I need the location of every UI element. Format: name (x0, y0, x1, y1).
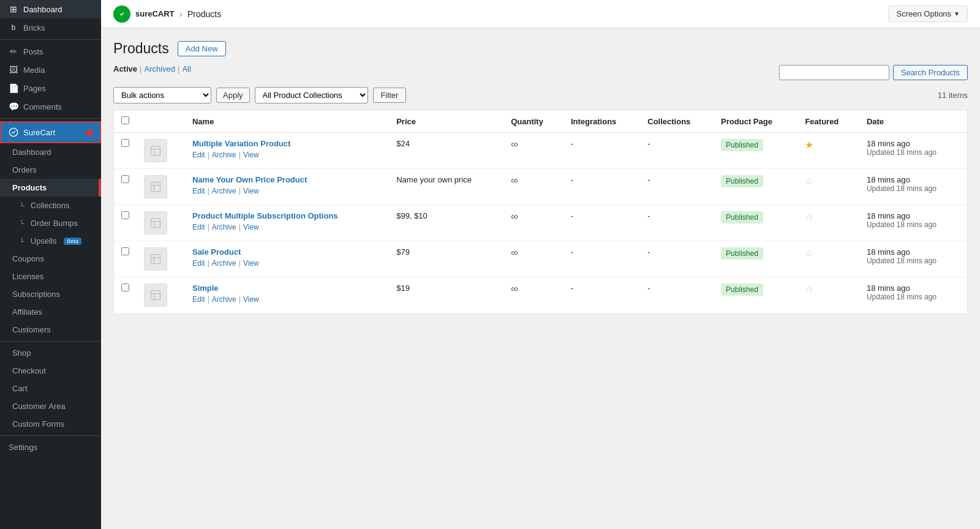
sidebar-item-affiliates[interactable]: Affiliates (0, 303, 101, 321)
bulk-actions-select[interactable]: Bulk actions (113, 87, 211, 103)
filter-archived[interactable]: Archived (144, 64, 175, 73)
sidebar-item-label: Shop (12, 348, 31, 358)
sidebar-item-products[interactable]: Products (0, 179, 101, 197)
row-collections-cell: - (640, 133, 714, 169)
row-actions: Edit | Archive | View (192, 295, 382, 304)
date-sub: Updated 18 mins ago (867, 257, 960, 265)
row-collections-cell: - (640, 169, 714, 205)
row-action-view[interactable]: View (243, 259, 259, 268)
products-active-indicator (99, 179, 101, 197)
row-action-edit[interactable]: Edit (192, 187, 205, 195)
add-new-button[interactable]: Add New (178, 41, 226, 56)
row-action-archive[interactable]: Archive (212, 151, 236, 159)
filter-button[interactable]: Filter (373, 88, 407, 103)
sidebar-item-comments[interactable]: 💬 Comments (0, 97, 101, 116)
svg-rect-2 (151, 146, 160, 156)
sidebar-item-checkout[interactable]: Checkout (0, 362, 101, 380)
row-price-cell: $99, $10 (389, 205, 503, 241)
sidebar-item-bricks[interactable]: b Bricks (0, 18, 101, 37)
sidebar-item-order-bumps[interactable]: └ Order Bumps (0, 214, 101, 232)
sidebar-item-label: Posts (23, 47, 43, 56)
star-filled-icon[interactable]: ★ (805, 140, 813, 150)
top-bar: sureCART › Products Screen Options ▼ (101, 0, 980, 28)
th-product-page: Product Page (714, 110, 797, 133)
sidebar-item-sc-dashboard[interactable]: Dashboard (0, 143, 101, 161)
row-action-view[interactable]: View (243, 151, 259, 159)
sidebar-item-label: Customers (12, 325, 51, 334)
star-empty-icon[interactable]: ☆ (805, 212, 813, 222)
beta-badge: Beta (64, 238, 81, 245)
sidebar-item-licenses[interactable]: Licenses (0, 268, 101, 285)
row-action-archive[interactable]: Archive (212, 259, 236, 268)
product-name-link[interactable]: Multiple Variation Product (192, 139, 382, 148)
row-price-cell: $24 (389, 133, 503, 169)
row-checkbox[interactable] (121, 175, 129, 183)
sidebar-item-pages[interactable]: 📄 Pages (0, 79, 101, 97)
row-action-archive[interactable]: Archive (212, 187, 236, 195)
row-checkbox[interactable] (121, 139, 129, 147)
apply-button[interactable]: Apply (216, 88, 250, 103)
row-action-edit[interactable]: Edit (192, 295, 205, 304)
product-name-link[interactable]: Name Your Own Price Product (192, 175, 382, 184)
divider-4 (0, 435, 101, 436)
search-products-button[interactable]: Search Products (893, 65, 968, 80)
row-integrations-cell: - (564, 205, 640, 241)
row-action-view[interactable]: View (243, 187, 259, 195)
sidebar-item-custom-forms[interactable]: Custom Forms (0, 415, 101, 433)
row-checkbox[interactable] (121, 211, 129, 219)
row-featured-cell: ☆ (797, 205, 859, 241)
row-action-archive[interactable]: Archive (212, 223, 236, 231)
row-checkbox-cell (114, 169, 137, 205)
row-action-view[interactable]: View (243, 295, 259, 304)
sidebar-item-cart[interactable]: Cart (0, 380, 101, 397)
status-badge: Published (721, 139, 763, 151)
sidebar-item-posts[interactable]: ✏ Posts (0, 42, 101, 61)
row-action-archive[interactable]: Archive (212, 295, 236, 304)
sidebar-item-label: Customer Area (12, 402, 66, 411)
screen-options-button[interactable]: Screen Options ▼ (888, 6, 968, 22)
row-action-edit[interactable]: Edit (192, 151, 205, 159)
svg-rect-5 (151, 255, 160, 264)
sidebar-item-label: Orders (12, 165, 37, 174)
row-action-edit[interactable]: Edit (192, 259, 205, 268)
sidebar-item-upsells[interactable]: └ Upsells Beta (0, 232, 101, 250)
sidebar-item-customer-area[interactable]: Customer Area (0, 397, 101, 415)
sidebar-item-dashboard-wp[interactable]: ⊞ Dashboard (0, 0, 101, 18)
product-name-link[interactable]: Simple (192, 283, 382, 293)
sidebar-item-surecart[interactable]: SureCart ◀ (0, 121, 101, 143)
sidebar-item-settings[interactable]: Settings (0, 438, 101, 456)
row-checkbox[interactable] (121, 283, 129, 291)
filter-all[interactable]: All (182, 64, 190, 73)
screen-options-chevron-icon: ▼ (954, 10, 960, 17)
product-name-link[interactable]: Sale Product (192, 247, 382, 257)
product-name-link[interactable]: Product Multiple Subscription Options (192, 211, 382, 220)
select-all-checkbox[interactable] (121, 116, 129, 124)
row-checkbox-cell (114, 205, 137, 241)
row-checkbox[interactable] (121, 247, 129, 255)
product-thumbnail (144, 247, 167, 271)
sidebar-item-coupons[interactable]: Coupons (0, 250, 101, 268)
row-action-view[interactable]: View (243, 223, 259, 231)
date-main: 18 mins ago (867, 211, 960, 220)
quantity-value: ∞ (511, 139, 518, 149)
sidebar-item-shop[interactable]: Shop (0, 344, 101, 362)
row-collections-cell: - (640, 241, 714, 277)
th-date: Date (859, 110, 968, 133)
filter-active[interactable]: Active (113, 64, 137, 73)
search-input[interactable] (779, 65, 889, 80)
star-empty-icon[interactable]: ☆ (805, 248, 813, 258)
star-empty-icon[interactable]: ☆ (805, 284, 813, 295)
sidebar-item-orders[interactable]: Orders (0, 161, 101, 179)
row-action-edit[interactable]: Edit (192, 223, 205, 231)
sidebar-item-collections[interactable]: └ Collections (0, 197, 101, 214)
th-name: Name (185, 110, 389, 133)
sidebar-item-subscriptions[interactable]: Subscriptions (0, 285, 101, 303)
sidebar-item-customers[interactable]: Customers (0, 321, 101, 339)
collections-select[interactable]: All Product Collections (255, 87, 368, 103)
date-sub: Updated 18 mins ago (867, 148, 960, 157)
star-empty-icon[interactable]: ☆ (805, 176, 813, 186)
sidebar-item-label: Custom Forms (12, 419, 64, 429)
row-thumb-cell (137, 241, 185, 277)
sidebar-item-media[interactable]: 🖼 Media (0, 61, 101, 79)
divider-3 (0, 341, 101, 342)
